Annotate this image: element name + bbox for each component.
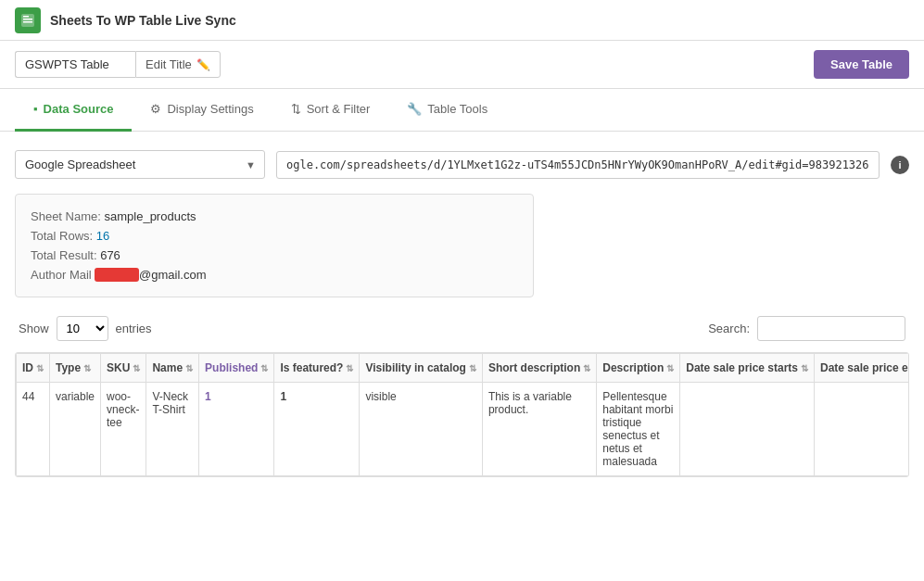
app-title: Sheets To WP Table Live Sync [50, 13, 236, 28]
sheet-info-box: Sheet Name: sample_products Total Rows: … [15, 194, 534, 297]
cell-name: V-Neck T-Shirt [146, 383, 199, 476]
col-name-label: Name [152, 361, 183, 374]
cell-date-sale-end [815, 383, 910, 476]
sort-icon-visibility: ⇅ [469, 363, 476, 373]
col-type-label: Type [56, 361, 81, 374]
edit-title-label: Edit Title [146, 57, 192, 71]
spreadsheet-url-input[interactable] [276, 151, 880, 179]
col-header-date-sale-end[interactable]: Date sale price ends⇅ [815, 354, 910, 383]
sort-icon-type: ⇅ [83, 363, 91, 373]
table-controls: Show 10 25 50 100 entries Search: [15, 316, 909, 341]
total-result-label: Total Result: [31, 248, 100, 262]
author-mail-label: Author Mail [31, 268, 95, 282]
cell-published: 1 [199, 383, 274, 476]
author-mail-row: Author Mail @gmail.com [31, 268, 518, 282]
display-settings-icon: ⚙ [150, 102, 161, 116]
app-logo [15, 7, 41, 33]
author-mail-redacted [95, 268, 139, 282]
top-bar: Sheets To WP Table Live Sync [0, 0, 924, 41]
col-header-date-sale-start[interactable]: Date sale price starts⇅ [680, 354, 815, 383]
data-source-icon: ▪ [33, 102, 38, 116]
cell-featured: 1 [274, 383, 360, 476]
col-header-short-desc[interactable]: Short description⇅ [482, 354, 596, 383]
sort-icon-sku: ⇅ [133, 363, 140, 373]
header-left: Edit Title ✏️ [15, 51, 221, 78]
tab-data-source[interactable]: ▪ Data Source [15, 89, 132, 132]
col-visibility-label: Visibility in catalog [365, 361, 465, 374]
content-area: Google Spreadsheet ▼ i Sheet Name: sampl… [0, 132, 924, 496]
col-header-featured[interactable]: Is featured?⇅ [274, 354, 360, 383]
sort-icon-featured: ⇅ [346, 363, 353, 373]
tab-table-tools[interactable]: 🔧 Table Tools [388, 89, 506, 132]
table-tools-icon: 🔧 [407, 102, 422, 116]
col-header-id[interactable]: ID⇅ [17, 354, 50, 383]
sort-icon-date-sale-start: ⇅ [801, 363, 808, 373]
cell-visibility: visible [360, 383, 482, 476]
search-label: Search: [708, 322, 750, 335]
total-rows-label: Total Rows: [31, 229, 96, 243]
datasource-row: Google Spreadsheet ▼ i [15, 150, 909, 179]
sheet-name-row: Sheet Name: sample_products [31, 209, 518, 223]
sort-icon-name: ⇅ [185, 363, 193, 373]
tab-display-settings[interactable]: ⚙ Display Settings [132, 89, 272, 132]
tab-table-tools-label: Table Tools [427, 102, 487, 116]
col-header-published[interactable]: Published⇅ [199, 354, 274, 383]
tab-data-source-label: Data Source [44, 102, 114, 116]
col-date-sale-end-label: Date sale price ends [820, 361, 909, 374]
col-header-name[interactable]: Name⇅ [146, 354, 199, 383]
table-name-input[interactable] [15, 51, 135, 78]
sort-icon-published: ⇅ [260, 363, 268, 373]
col-header-visibility[interactable]: Visibility in catalog⇅ [360, 354, 482, 383]
show-label: Show [19, 322, 49, 335]
data-table: ID⇅ Type⇅ SKU⇅ Name⇅ Published⇅ Is featu… [16, 353, 909, 476]
search-input[interactable] [757, 316, 905, 341]
col-sku-label: SKU [107, 361, 130, 374]
total-result-row: Total Result: 676 [31, 248, 518, 262]
entries-per-page-select[interactable]: 10 25 50 100 [57, 316, 108, 341]
sort-filter-icon: ⇅ [291, 102, 301, 116]
entries-label: entries [116, 322, 152, 335]
col-desc-label: Description [602, 361, 664, 374]
svg-rect-2 [23, 21, 32, 23]
col-id-label: ID [22, 361, 33, 374]
sort-icon-id: ⇅ [36, 363, 44, 373]
total-result-value: 676 [100, 248, 120, 262]
data-table-wrapper: ID⇅ Type⇅ SKU⇅ Name⇅ Published⇅ Is featu… [15, 352, 909, 477]
col-date-sale-start-label: Date sale price starts [686, 361, 798, 374]
col-short-desc-label: Short description [488, 361, 580, 374]
sheet-name-label: Sheet Name: [31, 209, 105, 223]
tab-sort-filter[interactable]: ⇅ Sort & Filter [272, 89, 389, 132]
sort-icon-desc: ⇅ [666, 363, 674, 373]
col-header-description[interactable]: Description⇅ [597, 354, 680, 383]
cell-id: 44 [17, 383, 50, 476]
save-table-button[interactable]: Save Table [814, 50, 909, 79]
edit-title-button[interactable]: Edit Title ✏️ [135, 51, 221, 78]
tabs-bar: ▪ Data Source ⚙ Display Settings ⇅ Sort … [0, 89, 924, 132]
tab-display-settings-label: Display Settings [167, 102, 253, 116]
cell-date-sale-start [680, 383, 815, 476]
info-icon[interactable]: i [891, 156, 909, 174]
cell-type: variable [50, 383, 101, 476]
cell-short-desc: This is a variable product. [482, 383, 596, 476]
datasource-select[interactable]: Google Spreadsheet [15, 150, 265, 179]
sort-icon-short-desc: ⇅ [583, 363, 590, 373]
search-box: Search: [708, 316, 905, 341]
cell-description: Pellentesque habitant morbi tristique se… [597, 383, 680, 476]
col-published-label: Published [205, 361, 258, 374]
total-rows-row: Total Rows: 16 [31, 229, 518, 243]
svg-rect-1 [23, 19, 32, 20]
col-header-sku[interactable]: SKU⇅ [101, 354, 146, 383]
tab-sort-filter-label: Sort & Filter [307, 102, 371, 116]
author-mail-suffix: @gmail.com [139, 268, 206, 282]
col-header-type[interactable]: Type⇅ [50, 354, 101, 383]
sheet-name-value: sample_products [105, 209, 196, 223]
svg-rect-3 [23, 16, 29, 18]
edit-icon: ✏️ [196, 58, 210, 71]
table-header-row: ID⇅ Type⇅ SKU⇅ Name⇅ Published⇅ Is featu… [17, 354, 910, 383]
table-row: 44 variable woo-vneck-tee V-Neck T-Shirt… [17, 383, 910, 476]
header-bar: Edit Title ✏️ Save Table [0, 41, 924, 89]
cell-sku: woo-vneck-tee [101, 383, 146, 476]
datasource-select-wrapper: Google Spreadsheet ▼ [15, 150, 265, 179]
total-rows-value: 16 [96, 229, 109, 243]
show-entries-control: Show 10 25 50 100 entries [19, 316, 152, 341]
